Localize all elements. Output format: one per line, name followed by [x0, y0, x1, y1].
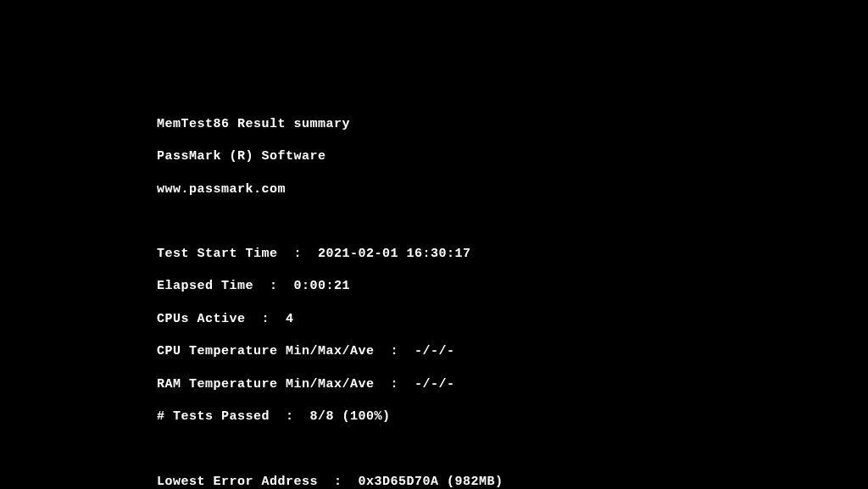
url-line: www.passmark.com	[157, 181, 868, 197]
blank-line	[157, 441, 868, 457]
ram-temp-line: RAM Temperature Min/Max/Ave : -/-/-	[157, 376, 868, 392]
vendor-line: PassMark (R) Software	[157, 148, 868, 164]
cpus-active-line: CPUs Active : 4	[157, 311, 868, 327]
title-line: MemTest86 Result summary	[157, 116, 868, 132]
tests-passed-line: # Tests Passed : 8/8 (100%)	[157, 408, 868, 425]
elapsed-time-line: Elapsed Time : 0:00:21	[157, 278, 868, 294]
start-time-line: Test Start Time : 2021-02-01 16:30:17	[157, 246, 868, 262]
blank-line	[157, 214, 868, 230]
cpu-temp-line: CPU Temperature Min/Max/Ave : -/-/-	[157, 343, 868, 359]
lowest-error-line: Lowest Error Address : 0x3D65D70A (982MB…	[157, 474, 868, 490]
